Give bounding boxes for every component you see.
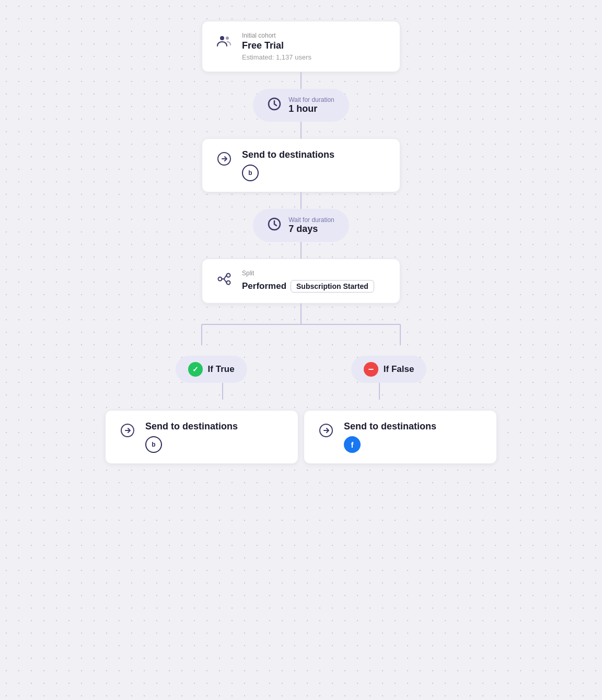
- clock-icon-2: [268, 217, 281, 234]
- connector-1: [300, 72, 302, 89]
- send-left-content: Send to destinations b: [145, 421, 285, 453]
- braze-icon-left: b: [145, 436, 162, 453]
- flow-container: Initial cohort Free Trial Estimated: 1,1…: [92, 21, 510, 464]
- connector-4: [300, 242, 302, 259]
- wait-2-label: Wait for duration: [288, 216, 334, 224]
- branch-pills-row: ✓ If True − If False: [92, 356, 510, 383]
- svg-point-7: [227, 281, 230, 285]
- cohort-title: Free Trial: [242, 40, 387, 51]
- split-icon: [215, 270, 234, 288]
- wait-1-value: 1 hour: [288, 103, 334, 114]
- send-left-title: Send to destinations: [145, 421, 285, 432]
- send-1-content: Send to destinations b: [242, 149, 387, 181]
- send-destinations-card-1[interactable]: Send to destinations b: [202, 138, 400, 192]
- send-right-dest-icons: f: [344, 436, 484, 453]
- split-performed: Performed: [242, 281, 286, 291]
- left-connector-col: [222, 383, 223, 400]
- branch-connectors: [92, 383, 510, 400]
- wait-1-pill[interactable]: Wait for duration 1 hour: [253, 89, 349, 122]
- connector-left: [222, 383, 223, 400]
- if-true-pill[interactable]: ✓ If True: [176, 356, 247, 383]
- connector-right: [379, 383, 380, 400]
- cohort-subtitle: Estimated: 1,137 users: [242, 53, 387, 61]
- false-icon: −: [364, 362, 378, 377]
- branch-area: ✓ If True − If False: [92, 304, 510, 464]
- svg-point-0: [220, 36, 224, 40]
- send-right-icon: [317, 421, 335, 440]
- svg-point-6: [227, 274, 230, 277]
- initial-cohort-card[interactable]: Initial cohort Free Trial Estimated: 1,1…: [202, 21, 400, 72]
- if-false-pill[interactable]: − If False: [351, 356, 427, 383]
- clock-icon-1: [268, 97, 281, 113]
- wait-1-content: Wait for duration 1 hour: [288, 96, 334, 114]
- cohort-label: Initial cohort: [242, 32, 387, 39]
- wait-1-label: Wait for duration: [288, 96, 334, 103]
- if-true-label: If True: [208, 364, 235, 375]
- cohort-icon: [215, 32, 234, 51]
- true-icon: ✓: [188, 362, 203, 377]
- split-row: Performed Subscription Started: [242, 280, 374, 293]
- send-icon-1: [215, 149, 234, 168]
- branch-svg: [118, 304, 484, 356]
- braze-icon-1: b: [242, 165, 259, 181]
- connector-2: [300, 122, 302, 138]
- wait-2-content: Wait for duration 7 days: [288, 216, 334, 235]
- send-right-title: Send to destinations: [344, 421, 484, 432]
- split-content: Split Performed Subscription Started: [242, 270, 374, 293]
- svg-point-1: [226, 37, 229, 40]
- send-right-content: Send to destinations f: [344, 421, 484, 453]
- bottom-cards-row: Send to destinations b Send to destinati…: [92, 410, 510, 464]
- send-1-title: Send to destinations: [242, 149, 387, 160]
- wait-2-pill[interactable]: Wait for duration 7 days: [253, 209, 349, 242]
- send-1-dest-icons: b: [242, 165, 387, 181]
- split-label: Split: [242, 270, 374, 277]
- send-left-card[interactable]: Send to destinations b: [105, 410, 298, 464]
- svg-point-5: [218, 277, 222, 281]
- if-false-label: If False: [384, 364, 414, 375]
- split-card[interactable]: Split Performed Subscription Started: [202, 259, 400, 304]
- cohort-content: Initial cohort Free Trial Estimated: 1,1…: [242, 32, 387, 61]
- wait-2-value: 7 days: [288, 224, 334, 235]
- send-right-card[interactable]: Send to destinations f: [304, 410, 497, 464]
- connector-3: [300, 192, 302, 209]
- split-badge: Subscription Started: [291, 280, 374, 293]
- send-left-icon: [118, 421, 137, 440]
- send-left-dest-icons: b: [145, 436, 285, 453]
- facebook-icon-right: f: [344, 436, 361, 453]
- right-connector-col: [379, 383, 380, 400]
